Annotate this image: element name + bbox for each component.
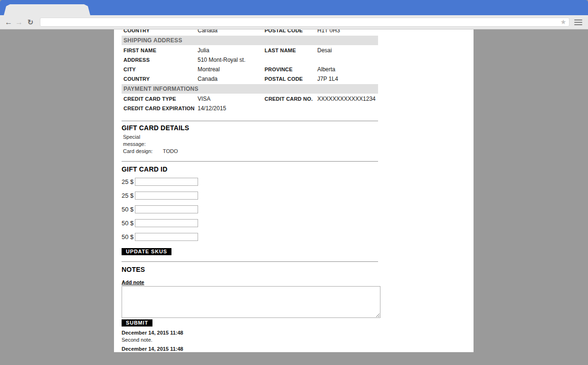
special-message-label: Special message: (123, 134, 161, 148)
note-date: December 14, 2015 11:48 (122, 346, 474, 352)
address-bar[interactable]: ★ (40, 18, 569, 27)
field-value: 510 Mont-Royal st. (198, 57, 265, 63)
card-design-line: Card design: TODO (123, 148, 474, 155)
gift-card-row: 50 $ (122, 205, 474, 213)
url-input[interactable] (40, 19, 558, 26)
browser-titlebar (0, 0, 588, 15)
field-label: CREDIT CARD TYPE (123, 96, 198, 102)
field-label: COUNTRY (123, 76, 198, 82)
gift-card-amount-label: 50 $ (122, 233, 135, 240)
special-message-line: Special message: (123, 134, 474, 148)
field-label: CREDIT CARD NO. (265, 96, 317, 102)
gift-card-id-heading: GIFT CARD ID (122, 165, 474, 173)
divider (122, 121, 378, 121)
divider (122, 161, 378, 162)
browser-toolbar: ← → ↻ ★ (0, 15, 588, 29)
gift-card-id-input[interactable] (135, 178, 198, 186)
gift-card-id-input[interactable] (135, 192, 198, 200)
table-row: CITY Montreal PROVINCE Alberta (122, 65, 378, 74)
field-value: J7P 1L4 (317, 76, 378, 82)
table-row: FIRST NAME Julia LAST NAME Desai (122, 46, 378, 55)
field-label: CREDIT CARD EXPIRATION (123, 106, 198, 111)
gift-card-amount-label: 50 $ (122, 206, 135, 213)
field-label: POSTAL CODE (265, 29, 317, 33)
forward-icon[interactable]: → (14, 18, 24, 27)
note-entry: December 14, 2015 11:48 Second note. (122, 330, 474, 343)
gift-card-amount-label: 25 $ (122, 192, 135, 199)
table-row: CREDIT CARD EXPIRATION 14/12/2015 (122, 104, 378, 113)
field-value: Desai (317, 47, 378, 54)
gift-card-amount-label: 25 $ (122, 178, 135, 185)
gift-card-row: 50 $ (122, 233, 474, 241)
gift-card-details-heading: GIFT CARD DETAILS (122, 124, 474, 132)
submit-button[interactable]: SUBMIT (122, 319, 152, 327)
refresh-icon[interactable]: ↻ (25, 18, 36, 27)
menu-icon[interactable] (574, 18, 584, 27)
field-value: Canada (198, 76, 265, 82)
field-label: ADDRESS (123, 57, 198, 63)
browser-window: ← → ↻ ★ COUNTRY Canada POSTAL CODE H1T 0… (0, 0, 588, 365)
update-skus-button[interactable]: UPDATE SKUS (122, 248, 171, 255)
field-value: 14/12/2015 (198, 105, 265, 112)
field-value: Canada (198, 29, 265, 34)
field-label: POSTAL CODE (265, 76, 317, 82)
field-label: CITY (123, 67, 198, 72)
field-label: FIRST NAME (123, 48, 198, 53)
gift-card-amount-label: 50 $ (122, 220, 135, 227)
notes-heading: NOTES (122, 266, 474, 274)
menu-bar (574, 22, 582, 23)
add-note-link[interactable]: Add note (122, 279, 144, 285)
menu-bar (574, 24, 582, 25)
menu-bar (574, 19, 582, 20)
note-date: December 14, 2015 11:48 (122, 330, 474, 336)
note-textarea[interactable] (122, 286, 380, 318)
table-row: ADDRESS 510 Mont-Royal st. (122, 55, 378, 65)
gift-card-row: 50 $ (122, 219, 474, 227)
table-row: CREDIT CARD TYPE VISA CREDIT CARD NO. XX… (122, 94, 378, 104)
field-value: Alberta (317, 66, 378, 73)
note-text: Second note. (122, 337, 474, 343)
gift-card-id-input[interactable] (135, 233, 198, 241)
payment-informations-header: PAYMENT INFORMATIONS (122, 84, 378, 94)
billing-row-clipped: COUNTRY Canada POSTAL CODE H1T 0H3 (122, 29, 378, 35)
card-design-label: Card design: (123, 148, 161, 155)
table-row: COUNTRY Canada POSTAL CODE J7P 1L4 (122, 74, 378, 84)
browser-tab[interactable] (4, 4, 90, 15)
field-value: VISA (198, 96, 265, 102)
gift-card-id-input[interactable] (135, 219, 198, 227)
field-value: Montreal (198, 66, 265, 73)
note-entry: December 14, 2015 11:48 First note. (122, 346, 474, 352)
shipping-address-header: SHIPPING ADDRESS (122, 36, 378, 45)
gift-card-id-input[interactable] (135, 205, 198, 213)
field-label: COUNTRY (123, 29, 198, 33)
card-design-value: TODO (163, 148, 178, 154)
field-label: LAST NAME (265, 48, 317, 53)
gift-card-row: 25 $ (122, 192, 474, 200)
field-value: XXXXXXXXXXXX1234 (317, 96, 378, 102)
gift-card-row: 25 $ (122, 178, 474, 186)
bookmark-star-icon[interactable]: ★ (558, 18, 569, 26)
field-label: PROVINCE (265, 67, 317, 72)
field-value: Julia (198, 47, 265, 54)
divider (122, 261, 378, 262)
field-value: H1T 0H3 (317, 29, 378, 34)
order-detail-page: COUNTRY Canada POSTAL CODE H1T 0H3 SHIPP… (114, 29, 474, 352)
back-icon[interactable]: ← (3, 18, 14, 27)
